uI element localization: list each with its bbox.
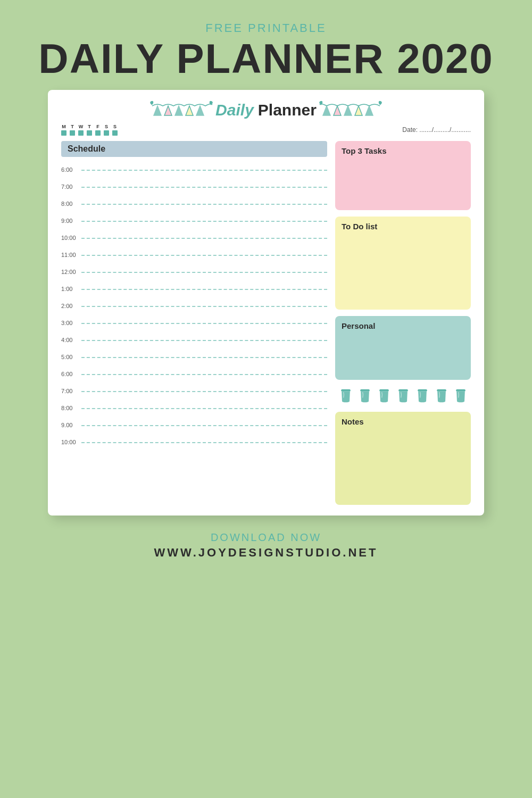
schedule-line [81, 442, 327, 443]
day-t1: T [70, 124, 75, 136]
card-title-planner: Planner [258, 101, 317, 119]
svg-marker-1 [164, 106, 172, 115]
left-col: Schedule 6:007:008:009:0010:0011:0012:00… [61, 141, 327, 505]
day-w: W [78, 124, 84, 136]
schedule-row: 9:00 [61, 212, 327, 229]
day-m: M [61, 124, 66, 136]
time-label: 9.00 [61, 422, 81, 428]
right-col: Top 3 Tasks To Do list Personal [335, 141, 471, 505]
svg-marker-5 [323, 106, 330, 115]
personal-section: Personal [335, 316, 471, 380]
subtitle: FREE PRINTABLE [38, 21, 493, 35]
left-banner-icon [149, 101, 213, 120]
time-label: 5:00 [61, 354, 81, 360]
schedule-line [81, 272, 327, 273]
schedule-row: 8:00 [61, 400, 327, 417]
two-col: Schedule 6:007:008:009:0010:0011:0012:00… [61, 141, 471, 505]
schedule-row: 8:00 [61, 195, 327, 212]
schedule-header: Schedule [61, 141, 327, 157]
notes-title: Notes [342, 417, 464, 426]
svg-marker-2 [175, 106, 182, 115]
schedule-row: 11:00 [61, 246, 327, 263]
schedule-row: 3:00 [61, 314, 327, 331]
card-title-daily: Daily [215, 101, 254, 119]
day-s2: S [112, 124, 118, 136]
svg-marker-6 [334, 106, 341, 115]
day-f: F [95, 124, 101, 136]
schedule-row: 10:00 [61, 434, 327, 451]
time-label: 11:00 [61, 252, 81, 258]
footer-url: WWW.JOYDESIGNSTUDIO.NET [154, 546, 378, 560]
schedule-line [81, 187, 327, 188]
schedule-line [81, 204, 327, 205]
schedule-row: 7:00 [61, 383, 327, 400]
schedule-line [81, 374, 327, 375]
schedule-line [81, 408, 327, 409]
schedule-line [81, 425, 327, 426]
footer-download: DOWNLOAD NOW [154, 531, 378, 544]
schedule-row: 5:00 [61, 348, 327, 365]
water-cup-icon [339, 388, 353, 403]
days-left: M T W T F [61, 124, 118, 136]
time-label: 7:00 [61, 184, 81, 190]
schedule-row: 2:00 [61, 297, 327, 314]
schedule-row: 6:00 [61, 161, 327, 178]
time-label: 9:00 [61, 218, 81, 224]
page-wrapper: FREE PRINTABLE DAILY PLANNER 2020 [0, 0, 532, 798]
day-s1: S [104, 124, 109, 136]
schedule-row: 7:00 [61, 178, 327, 195]
water-row [335, 386, 471, 405]
schedule-line [81, 306, 327, 307]
main-title: DAILY PLANNER 2020 [38, 38, 493, 79]
todo-section: To Do list [335, 217, 471, 310]
time-label: 7:00 [61, 388, 81, 394]
water-cup-icon [396, 388, 410, 403]
time-label: 6:00 [61, 167, 81, 173]
schedule-row: 9.00 [61, 417, 327, 434]
schedule-row: 12:00 [61, 263, 327, 280]
time-label: 8:00 [61, 201, 81, 207]
schedule-line [81, 289, 327, 290]
schedule-line [81, 238, 327, 239]
svg-marker-4 [196, 106, 204, 115]
schedule-line [81, 221, 327, 222]
svg-marker-8 [355, 106, 362, 115]
time-label: 8:00 [61, 405, 81, 411]
schedule-line [81, 170, 327, 171]
todo-title: To Do list [342, 222, 464, 231]
personal-title: Personal [342, 321, 464, 330]
planner-card: Daily Planner M [48, 90, 484, 516]
svg-marker-0 [154, 106, 161, 115]
schedule-row: 4:00 [61, 331, 327, 348]
days-row: M T W T F [61, 124, 471, 136]
schedule-row: 1:00 [61, 280, 327, 297]
time-label: 10:00 [61, 439, 81, 445]
time-label: 1:00 [61, 286, 81, 292]
header: FREE PRINTABLE DAILY PLANNER 2020 [38, 0, 493, 79]
time-label: 4:00 [61, 337, 81, 343]
svg-marker-9 [365, 106, 373, 115]
schedule-line [81, 323, 327, 324]
notes-section: Notes [335, 412, 471, 505]
top3-section: Top 3 Tasks [335, 141, 471, 210]
svg-marker-3 [186, 106, 193, 115]
svg-marker-7 [344, 106, 352, 115]
schedule-line [81, 357, 327, 358]
water-cup-icon [415, 388, 429, 403]
top3-title: Top 3 Tasks [342, 146, 464, 155]
day-t2: T [87, 124, 92, 136]
schedule-line [81, 255, 327, 256]
water-cup-icon [435, 388, 448, 403]
time-label: 12:00 [61, 269, 81, 275]
schedule-row: 10:00 [61, 229, 327, 246]
right-banner-icon [319, 101, 383, 120]
card-header: Daily Planner [61, 101, 471, 120]
water-cup-icon [377, 388, 391, 403]
date-field: Date: ......./........./........... [402, 126, 471, 134]
water-cup-icon [358, 388, 372, 403]
time-label: 6:00 [61, 371, 81, 377]
schedule-line [81, 340, 327, 341]
schedule-line [81, 391, 327, 392]
time-label: 3:00 [61, 320, 81, 326]
schedule-row: 6:00 [61, 365, 327, 383]
